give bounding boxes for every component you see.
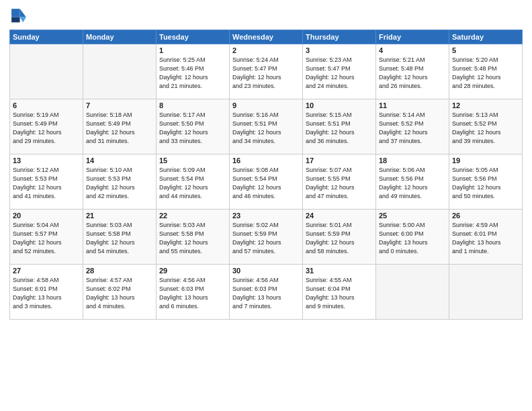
day-number: 26 [452,212,519,220]
calendar-cell: 7Sunrise: 5:18 AM Sunset: 5:49 PM Daylig… [83,99,157,154]
col-header-monday: Monday [83,30,157,44]
calendar-cell: 8Sunrise: 5:17 AM Sunset: 5:50 PM Daylig… [157,99,230,154]
day-number: 9 [232,101,300,109]
calendar-cell: 11Sunrise: 5:14 AM Sunset: 5:52 PM Dayli… [376,99,449,154]
calendar-cell: 5Sunrise: 5:20 AM Sunset: 5:48 PM Daylig… [449,44,523,99]
calendar-cell: 12Sunrise: 5:13 AM Sunset: 5:52 PM Dayli… [449,99,523,154]
day-info: Sunrise: 5:25 AM Sunset: 5:46 PM Dayligh… [159,56,226,91]
calendar-cell: 21Sunrise: 5:03 AM Sunset: 5:58 PM Dayli… [83,210,157,265]
day-number: 3 [306,46,373,54]
day-number: 11 [379,101,446,109]
calendar-cell: 15Sunrise: 5:09 AM Sunset: 5:54 PM Dayli… [157,154,230,210]
day-number: 2 [232,46,300,54]
day-info: Sunrise: 4:56 AM Sunset: 6:03 PM Dayligh… [232,276,300,311]
calendar-cell [449,265,523,320]
day-number: 25 [379,212,446,220]
calendar-cell [83,44,157,99]
calendar-cell: 27Sunrise: 4:58 AM Sunset: 6:01 PM Dayli… [10,265,83,320]
logo-icon [9,7,28,26]
day-info: Sunrise: 5:18 AM Sunset: 5:49 PM Dayligh… [86,111,153,146]
day-number: 29 [159,267,226,275]
day-info: Sunrise: 4:59 AM Sunset: 6:01 PM Dayligh… [452,221,519,256]
day-number: 31 [306,267,373,275]
day-number: 1 [159,46,226,54]
svg-rect-2 [11,9,19,17]
col-header-thursday: Thursday [303,30,376,44]
day-number: 10 [306,101,373,109]
calendar-cell: 25Sunrise: 5:00 AM Sunset: 6:00 PM Dayli… [376,210,449,265]
day-info: Sunrise: 5:03 AM Sunset: 5:58 PM Dayligh… [86,221,153,256]
day-info: Sunrise: 5:14 AM Sunset: 5:52 PM Dayligh… [379,111,446,146]
calendar-cell: 18Sunrise: 5:06 AM Sunset: 5:56 PM Dayli… [376,154,449,210]
day-info: Sunrise: 5:19 AM Sunset: 5:49 PM Dayligh… [13,111,80,146]
day-info: Sunrise: 4:56 AM Sunset: 6:03 PM Dayligh… [159,276,226,311]
svg-rect-3 [11,17,19,23]
col-header-wednesday: Wednesday [230,30,303,44]
calendar-cell: 29Sunrise: 4:56 AM Sunset: 6:03 PM Dayli… [157,265,230,320]
calendar-cell: 24Sunrise: 5:01 AM Sunset: 5:59 PM Dayli… [303,210,376,265]
calendar-cell: 6Sunrise: 5:19 AM Sunset: 5:49 PM Daylig… [10,99,83,154]
day-number: 23 [232,212,300,220]
calendar-cell: 16Sunrise: 5:08 AM Sunset: 5:54 PM Dayli… [230,154,303,210]
day-info: Sunrise: 5:01 AM Sunset: 5:59 PM Dayligh… [306,221,373,256]
day-number: 19 [452,156,519,165]
calendar-cell [10,44,83,99]
logo [9,7,31,26]
day-info: Sunrise: 5:00 AM Sunset: 6:00 PM Dayligh… [379,221,446,256]
calendar-cell: 3Sunrise: 5:23 AM Sunset: 5:47 PM Daylig… [303,44,376,99]
calendar-cell [376,265,449,320]
calendar-cell: 14Sunrise: 5:10 AM Sunset: 5:53 PM Dayli… [83,154,157,210]
calendar-cell: 30Sunrise: 4:56 AM Sunset: 6:03 PM Dayli… [230,265,303,320]
day-info: Sunrise: 5:06 AM Sunset: 5:56 PM Dayligh… [379,166,446,201]
col-header-friday: Friday [376,30,449,44]
day-info: Sunrise: 5:23 AM Sunset: 5:47 PM Dayligh… [306,56,373,91]
calendar-cell: 22Sunrise: 5:03 AM Sunset: 5:58 PM Dayli… [157,210,230,265]
day-info: Sunrise: 5:02 AM Sunset: 5:59 PM Dayligh… [232,221,300,256]
day-info: Sunrise: 5:16 AM Sunset: 5:51 PM Dayligh… [232,111,300,146]
day-number: 15 [159,156,226,165]
calendar-cell: 23Sunrise: 5:02 AM Sunset: 5:59 PM Dayli… [230,210,303,265]
header [9,7,523,26]
day-info: Sunrise: 5:21 AM Sunset: 5:48 PM Dayligh… [379,56,446,91]
col-header-tuesday: Tuesday [157,30,230,44]
day-number: 8 [159,101,226,109]
col-header-saturday: Saturday [449,30,523,44]
day-info: Sunrise: 5:13 AM Sunset: 5:52 PM Dayligh… [452,111,519,146]
calendar-cell: 1Sunrise: 5:25 AM Sunset: 5:46 PM Daylig… [157,44,230,99]
day-number: 22 [159,212,226,220]
calendar-cell: 13Sunrise: 5:12 AM Sunset: 5:53 PM Dayli… [10,154,83,210]
calendar-cell: 19Sunrise: 5:05 AM Sunset: 5:56 PM Dayli… [449,154,523,210]
day-info: Sunrise: 5:03 AM Sunset: 5:58 PM Dayligh… [159,221,226,256]
day-info: Sunrise: 4:57 AM Sunset: 6:02 PM Dayligh… [86,276,153,311]
calendar-cell: 28Sunrise: 4:57 AM Sunset: 6:02 PM Dayli… [83,265,157,320]
day-number: 13 [13,156,80,165]
calendar-cell: 17Sunrise: 5:07 AM Sunset: 5:55 PM Dayli… [303,154,376,210]
day-info: Sunrise: 5:24 AM Sunset: 5:47 PM Dayligh… [232,56,300,91]
page: SundayMondayTuesdayWednesdayThursdayFrid… [0,0,532,411]
calendar-cell: 20Sunrise: 5:04 AM Sunset: 5:57 PM Dayli… [10,210,83,265]
day-info: Sunrise: 5:17 AM Sunset: 5:50 PM Dayligh… [159,111,226,146]
calendar-cell: 26Sunrise: 4:59 AM Sunset: 6:01 PM Dayli… [449,210,523,265]
day-info: Sunrise: 5:12 AM Sunset: 5:53 PM Dayligh… [13,166,80,201]
day-number: 4 [379,46,446,54]
day-number: 21 [86,212,153,220]
day-info: Sunrise: 4:55 AM Sunset: 6:04 PM Dayligh… [306,276,373,311]
day-number: 18 [379,156,446,165]
day-number: 16 [232,156,300,165]
day-info: Sunrise: 5:15 AM Sunset: 5:51 PM Dayligh… [306,111,373,146]
day-info: Sunrise: 5:05 AM Sunset: 5:56 PM Dayligh… [452,166,519,201]
day-info: Sunrise: 5:04 AM Sunset: 5:57 PM Dayligh… [13,221,80,256]
col-header-sunday: Sunday [10,30,83,44]
day-number: 28 [86,267,153,275]
day-number: 6 [13,101,80,109]
calendar-cell: 9Sunrise: 5:16 AM Sunset: 5:51 PM Daylig… [230,99,303,154]
day-number: 7 [86,101,153,109]
calendar-table: SundayMondayTuesdayWednesdayThursdayFrid… [9,30,523,320]
day-number: 14 [86,156,153,165]
day-number: 5 [452,46,519,54]
calendar-cell: 4Sunrise: 5:21 AM Sunset: 5:48 PM Daylig… [376,44,449,99]
svg-marker-1 [20,17,26,23]
day-number: 24 [306,212,373,220]
calendar-cell: 2Sunrise: 5:24 AM Sunset: 5:47 PM Daylig… [230,44,303,99]
day-number: 20 [13,212,80,220]
